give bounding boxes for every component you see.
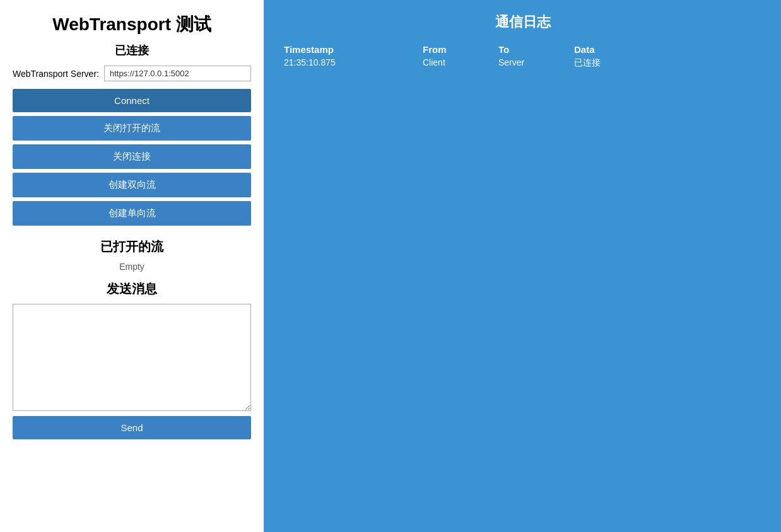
server-input[interactable]: [104, 66, 251, 81]
server-label: WebTransport Server:: [13, 69, 99, 79]
send-button[interactable]: Send: [13, 416, 251, 439]
close-streams-button[interactable]: 关闭打开的流: [13, 116, 251, 141]
col-timestamp: Timestamp: [284, 44, 423, 57]
close-connection-button[interactable]: 关闭连接: [13, 144, 251, 169]
col-from: From: [423, 44, 498, 57]
streams-empty-label: Empty: [13, 262, 251, 272]
col-data: Data: [574, 44, 762, 57]
log-row: 21:35:10.875ClientServer已连接: [284, 57, 762, 69]
left-panel: WebTransport 测试 已连接 WebTransport Server:…: [0, 0, 265, 532]
create-unidirectional-button[interactable]: 创建单向流: [13, 201, 251, 226]
log-cell-data: 已连接: [574, 57, 762, 69]
col-to: To: [498, 44, 574, 57]
log-title: 通信日志: [284, 13, 762, 32]
message-textarea[interactable]: [13, 304, 251, 411]
connect-button[interactable]: Connect: [13, 89, 251, 112]
streams-section-title: 已打开的流: [13, 238, 251, 255]
create-bidirectional-button[interactable]: 创建双向流: [13, 173, 251, 197]
log-cell-to: Server: [498, 57, 574, 69]
log-cell-timestamp: 21:35:10.875: [284, 57, 423, 69]
app-title: WebTransport 测试: [13, 13, 251, 37]
server-row: WebTransport Server:: [13, 66, 251, 81]
right-panel: 通信日志 Timestamp From To Data 21:35:10.875…: [265, 0, 781, 532]
log-table: Timestamp From To Data 21:35:10.875Clien…: [284, 44, 762, 69]
send-section-title: 发送消息: [13, 280, 251, 298]
connection-status: 已连接: [13, 43, 251, 58]
log-cell-from: Client: [423, 57, 498, 69]
